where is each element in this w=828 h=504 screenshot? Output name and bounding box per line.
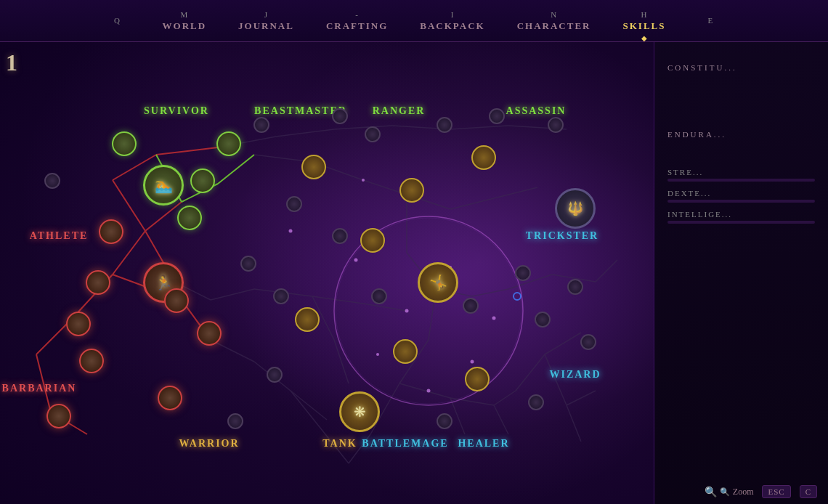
nav-character-key: N [551, 10, 557, 19]
tank-icon: ❋ [354, 403, 366, 420]
bottom-bar: 🔍 🔍 Zoom ESC C [694, 479, 828, 504]
skill-node-sm-3[interactable] [332, 108, 348, 124]
class-label-trickster: TRICKSTER [526, 230, 598, 242]
skill-node-gold-4[interactable] [471, 145, 496, 170]
svg-line-40 [291, 391, 349, 463]
skill-node-sm-14[interactable] [515, 265, 531, 281]
skill-node-green-4[interactable] [177, 206, 202, 230]
nav-q-key: Q [114, 16, 121, 25]
skill-node-sm-12[interactable] [371, 288, 387, 304]
skill-node-red-4[interactable] [164, 288, 189, 313]
skill-canvas[interactable]: SURVIVOR BEASTMASTER RANGER ASSASSIN ATH… [0, 42, 654, 504]
skill-node-green-1[interactable] [112, 131, 137, 156]
skill-node-tank[interactable]: ❋ [339, 391, 380, 432]
nav-backpack[interactable]: I BACKPACK [404, 6, 500, 36]
dexterity-label: DEXTE... [667, 189, 815, 198]
skill-node-sm-7[interactable] [548, 117, 564, 133]
skill-node-sm-6[interactable] [489, 108, 505, 124]
skill-node-sm-21[interactable] [227, 413, 243, 429]
skill-node-sm-18[interactable] [528, 394, 544, 410]
skill-node-gold-6[interactable] [393, 339, 418, 364]
nav-crafting[interactable]: - CRAFTING [310, 6, 404, 36]
svg-line-34 [334, 126, 392, 129]
nav-crafting-key: - [355, 10, 359, 19]
svg-line-1 [145, 202, 182, 231]
c-button[interactable]: C [800, 485, 817, 498]
skill-node-green-2[interactable] [216, 131, 241, 156]
nav-world[interactable]: M WORLD [147, 6, 223, 36]
skill-node-sm-15[interactable] [567, 279, 583, 295]
skill-node-gold-1[interactable] [301, 155, 326, 179]
svg-line-29 [450, 398, 494, 405]
svg-line-49 [450, 398, 465, 434]
svg-point-66 [362, 179, 365, 182]
skill-node-sm-1[interactable] [44, 173, 60, 189]
skill-node-sm-20[interactable] [267, 367, 283, 383]
nav-journal-key: J [264, 10, 268, 19]
skill-node-red-8[interactable] [158, 386, 182, 410]
nav-q[interactable]: Q [89, 12, 147, 31]
skill-node-sm-9[interactable] [332, 228, 348, 244]
skill-node-red-6[interactable] [46, 404, 71, 428]
swimmer-icon: 🏊 [155, 176, 173, 194]
skill-node-red-2[interactable] [86, 270, 110, 295]
skill-node-red-3[interactable] [66, 312, 91, 336]
nav-skills-key: H [641, 10, 648, 19]
svg-point-63 [405, 309, 409, 313]
class-label-battlemage: BATTLEMAGE [362, 438, 448, 450]
skill-node-sm-11[interactable] [273, 288, 289, 304]
skill-node-sm-8[interactable] [286, 196, 302, 212]
svg-point-68 [376, 353, 379, 356]
skill-node-swimmer[interactable]: 🏊 [143, 165, 184, 206]
svg-line-19 [450, 198, 494, 209]
class-label-assassin: ASSASSIN [506, 105, 567, 117]
skill-node-red-1[interactable] [99, 219, 123, 244]
strength-stat: STRE... [667, 168, 815, 182]
skill-node-sm-17[interactable] [580, 334, 596, 350]
svg-point-64 [427, 389, 431, 393]
nav-character[interactable]: N CHARACTER [501, 6, 607, 36]
class-label-ranger: RANGER [373, 105, 426, 117]
skill-node-gold-3[interactable] [360, 228, 385, 253]
skill-node-red-5[interactable] [197, 321, 222, 346]
navbar: Q M WORLD J JOURNAL - CRAFTING I BACKPAC… [0, 0, 828, 42]
intelligence-stat: INTELLIGE... [667, 210, 815, 224]
skill-node-gold-5[interactable] [295, 307, 320, 332]
skill-node-sm-5[interactable] [437, 117, 452, 133]
zoom-icon-2: 🔍 [720, 487, 730, 497]
svg-line-51 [545, 333, 581, 354]
nav-journal[interactable]: J JOURNAL [222, 6, 310, 36]
runner-icon: 🏃 [155, 274, 173, 291]
trickster-icon: 🔱 [567, 200, 583, 216]
nav-skills[interactable]: H SKILLS [607, 6, 682, 36]
nav-e-key: E [708, 16, 714, 25]
skill-node-gold-7[interactable] [465, 367, 490, 391]
intelligence-bar [667, 221, 815, 224]
svg-point-70 [514, 293, 521, 300]
skill-node-sm-19[interactable] [437, 413, 452, 429]
skill-node-sm-4[interactable] [365, 126, 381, 142]
esc-button[interactable]: ESC [762, 485, 790, 498]
svg-point-69 [492, 317, 496, 320]
zoom-icon-1: 🔍 [705, 486, 717, 498]
skill-node-sm-2[interactable] [253, 117, 269, 133]
skill-node-red-7[interactable] [79, 349, 104, 373]
skill-node-gold-2[interactable] [399, 178, 424, 203]
center-icon: 🤸 [429, 274, 447, 291]
level-indicator: 1 [6, 49, 17, 76]
endurance-label: ENDURA... [667, 130, 815, 139]
skill-node-sm-16[interactable] [535, 312, 551, 328]
skill-node-sm-10[interactable] [240, 256, 256, 272]
skill-node-center[interactable]: 🤸 [418, 262, 458, 303]
svg-point-62 [354, 259, 358, 262]
nav-e[interactable]: E [681, 12, 739, 31]
svg-line-36 [450, 126, 508, 129]
svg-line-3 [156, 147, 218, 155]
svg-point-65 [471, 360, 474, 364]
skill-node-trickster[interactable]: 🔱 [555, 188, 596, 229]
svg-line-58 [596, 260, 617, 282]
svg-line-14 [218, 155, 254, 184]
skill-node-green-3[interactable] [190, 168, 215, 193]
skill-node-sm-13[interactable] [463, 298, 479, 314]
zoom-controls[interactable]: 🔍 🔍 Zoom [705, 486, 754, 498]
